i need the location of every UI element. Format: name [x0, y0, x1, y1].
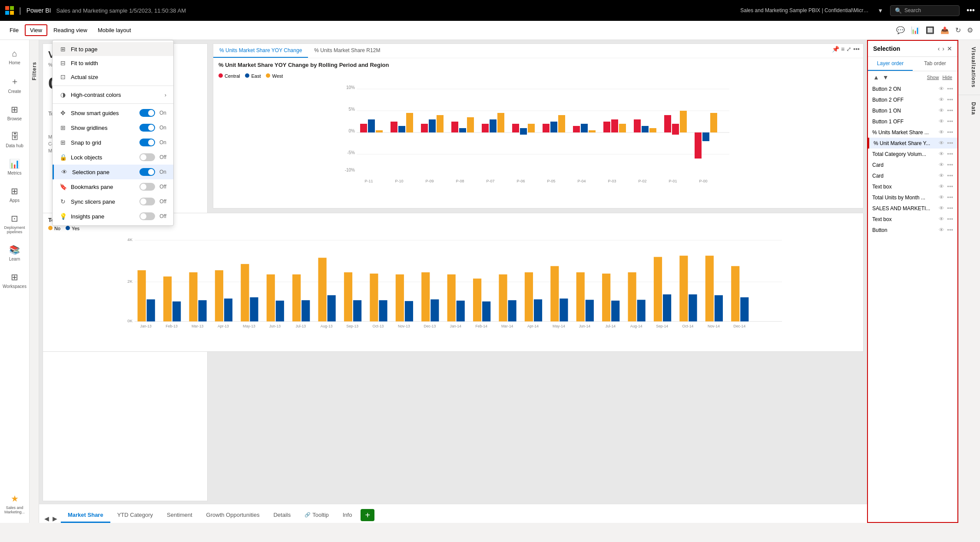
item-more-unit-market-y[interactable]: •••	[947, 140, 953, 146]
selection-item-textbox2[interactable]: Text box 👁 •••	[868, 214, 957, 225]
chart-tab-2[interactable]: % Units Market Share R12M	[308, 44, 386, 58]
hide-link[interactable]: Hide	[942, 75, 952, 80]
selection-item-btn2on[interactable]: Button 2 ON 👁 •••	[868, 83, 957, 94]
item-more-btn2off[interactable]: •••	[947, 96, 953, 103]
item-more-button[interactable]: •••	[947, 227, 953, 233]
sync-toggle[interactable]	[139, 198, 155, 205]
item-eye-btn2off[interactable]: 👁	[939, 96, 944, 103]
chart-pin-icon[interactable]: 📌	[832, 46, 839, 56]
selection-item-btn1off[interactable]: Button 1 OFF 👁 •••	[868, 116, 957, 127]
format-icon[interactable]: 🔲	[924, 24, 936, 36]
selection-pane-toggle[interactable]	[139, 168, 155, 176]
sidebar-item-home[interactable]: ⌂ Home	[0, 44, 29, 69]
sidebar-item-apps[interactable]: ⊞ Apps	[0, 182, 29, 207]
tab-tab-order[interactable]: Tab order	[913, 57, 957, 71]
item-more-sales[interactable]: •••	[947, 205, 953, 212]
gridlines-item[interactable]: ⊞ Show gridlines On	[53, 120, 173, 135]
item-more-textbox1[interactable]: •••	[947, 183, 953, 190]
selection-item-textbox1[interactable]: Text box 👁 •••	[868, 181, 957, 192]
add-page-btn[interactable]: +	[361, 509, 374, 521]
item-eye-units-market[interactable]: 👁	[939, 129, 944, 136]
item-more-btn2on[interactable]: •••	[947, 86, 953, 92]
visual-icon[interactable]: 📊	[909, 24, 921, 36]
lock-objects-item[interactable]: 🔒 Lock objects Off	[53, 150, 173, 165]
item-eye-textbox1[interactable]: 👁	[939, 183, 944, 190]
selection-item-btn1on[interactable]: Button 1 ON 👁 •••	[868, 105, 957, 116]
item-more-btn1off[interactable]: •••	[947, 118, 953, 125]
selection-pane-item[interactable]: 👁 Selection pane On	[53, 165, 173, 179]
selection-item-button[interactable]: Button 👁 •••	[868, 225, 957, 235]
sort-desc-icon[interactable]: ▼	[883, 74, 889, 81]
actual-size-item[interactable]: ⊡ Actual size	[53, 70, 173, 84]
item-eye-btn1on[interactable]: 👁	[939, 107, 944, 114]
smart-guides-toggle[interactable]	[139, 109, 155, 117]
sync-slicers-item[interactable]: ↻ Sync slicers pane Off	[53, 194, 173, 209]
app-logo[interactable]: | Power BI	[5, 6, 51, 15]
selection-item-card2[interactable]: Card 👁 •••	[868, 170, 957, 181]
chart-expand-icon[interactable]: ⤢	[846, 46, 851, 56]
view-btn[interactable]: View	[25, 24, 47, 36]
data-panel-btn[interactable]: Data	[959, 95, 980, 122]
high-contrast-item[interactable]: ◑ High-contrast colors ›	[53, 88, 173, 102]
reading-view-btn[interactable]: Reading view	[49, 25, 92, 35]
chart-more-icon[interactable]: •••	[853, 46, 860, 56]
tab-growth-opp[interactable]: Growth Opportunities	[199, 508, 267, 523]
selection-item-unit-market-y[interactable]: % Unit Market Share Y... 👁 •••	[868, 138, 957, 149]
show-link[interactable]: Show	[927, 75, 939, 80]
item-more-textbox2[interactable]: •••	[947, 216, 953, 222]
more-options-btn[interactable]: •••	[967, 6, 975, 15]
selection-item-units-market[interactable]: % Units Market Share ... 👁 •••	[868, 127, 957, 138]
selection-item-card1[interactable]: Card 👁 •••	[868, 159, 957, 170]
tab-layer-order[interactable]: Layer order	[868, 57, 913, 71]
sort-asc-icon[interactable]: ▲	[873, 74, 879, 81]
tab-next-btn[interactable]: ▶	[51, 514, 59, 523]
selection-close-icon[interactable]: ✕	[947, 45, 952, 52]
file-btn[interactable]: File	[5, 25, 23, 35]
selection-item-total-units[interactable]: Total Units by Month ... 👁 •••	[868, 192, 957, 203]
snap-grid-item[interactable]: ⊞ Snap to grid On	[53, 135, 173, 150]
item-eye-btn1off[interactable]: 👁	[939, 118, 944, 125]
smart-guides-item[interactable]: ✥ Show smart guides On	[53, 106, 173, 120]
selection-item-sales[interactable]: SALES AND MARKETI... 👁 •••	[868, 203, 957, 214]
item-more-total-units[interactable]: •••	[947, 194, 953, 201]
tab-ytd-category[interactable]: YTD Category	[110, 508, 160, 523]
tab-info[interactable]: Info	[336, 508, 359, 523]
item-eye-btn2on[interactable]: 👁	[939, 86, 944, 92]
export-icon[interactable]: 📤	[939, 24, 951, 36]
selection-next-icon[interactable]: ›	[942, 45, 944, 52]
insights-toggle[interactable]	[139, 212, 155, 220]
sidebar-item-datahub[interactable]: 🗄 Data hub	[0, 127, 29, 152]
visualizations-panel-btn[interactable]: Visualizations	[959, 40, 980, 95]
item-more-btn1on[interactable]: •••	[947, 107, 953, 114]
selection-item-btn2off[interactable]: Button 2 OFF 👁 •••	[868, 94, 957, 105]
chart-filter-icon[interactable]: ≡	[841, 46, 844, 56]
item-eye-total-units[interactable]: 👁	[939, 194, 944, 201]
bookmarks-item[interactable]: 🔖 Bookmarks pane Off	[53, 179, 173, 194]
insights-item[interactable]: 💡 Insights pane Off	[53, 209, 173, 224]
chart-tab-1[interactable]: % Units Market Share YOY Change	[213, 44, 308, 58]
item-eye-button[interactable]: 👁	[939, 227, 944, 233]
item-eye-card2[interactable]: 👁	[939, 172, 944, 179]
tab-details[interactable]: Details	[266, 508, 298, 523]
item-eye-textbox2[interactable]: 👁	[939, 216, 944, 222]
sidebar-item-workspaces[interactable]: ⊞ Workspaces	[0, 268, 29, 293]
item-eye-card1[interactable]: 👁	[939, 162, 944, 168]
bookmarks-toggle[interactable]	[139, 183, 155, 191]
tab-sentiment[interactable]: Sentiment	[160, 508, 199, 523]
item-more-total-cat[interactable]: •••	[947, 151, 953, 157]
refresh-icon[interactable]: ↻	[954, 24, 963, 36]
tab-market-share[interactable]: Market Share	[61, 508, 110, 523]
sidebar-item-browse[interactable]: ⊞ Browse	[0, 100, 29, 126]
fit-width-item[interactable]: ⊟ Fit to width	[53, 56, 173, 70]
gridlines-toggle[interactable]	[139, 124, 155, 132]
search-box[interactable]: 🔍 Search	[890, 5, 960, 16]
sidebar-item-create[interactable]: ＋ Create	[0, 71, 29, 98]
mobile-layout-btn[interactable]: Mobile layout	[93, 25, 136, 35]
fit-page-item[interactable]: ⊞ Fit to page	[53, 42, 173, 56]
sidebar-item-salesmarketing[interactable]: ★ Sales and Marketing...	[0, 489, 29, 519]
item-eye-total-cat[interactable]: 👁	[939, 151, 944, 157]
snap-grid-toggle[interactable]	[139, 139, 155, 146]
item-eye-unit-market-y[interactable]: 👁	[939, 140, 944, 146]
comment-icon[interactable]: 💬	[894, 24, 907, 36]
lock-toggle[interactable]	[139, 153, 155, 161]
